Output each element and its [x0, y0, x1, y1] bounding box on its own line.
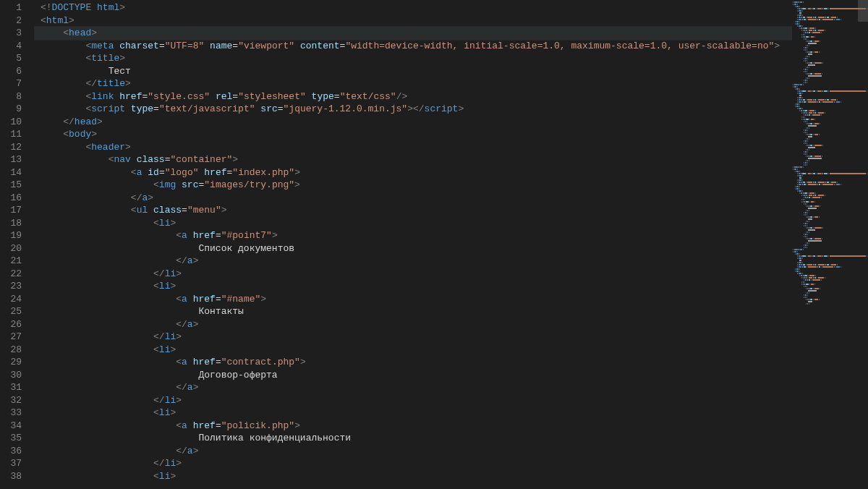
code-line[interactable]: </head> — [35, 116, 792, 129]
minimap-line — [792, 43, 868, 44]
minimap-line — [792, 205, 868, 207]
minimap-line — [792, 106, 868, 107]
line-number: 37 — [6, 457, 22, 470]
minimap-line — [792, 69, 868, 70]
line-number: 28 — [6, 344, 22, 357]
minimap-line — [792, 279, 868, 281]
code-line[interactable]: </title> — [35, 77, 792, 90]
line-number: 10 — [6, 116, 22, 129]
minimap-line — [792, 179, 868, 181]
minimap-line — [792, 301, 868, 302]
minimap-scrollbar-thumb[interactable] — [858, 0, 868, 22]
code-line[interactable]: <html> — [35, 14, 792, 27]
code-line[interactable]: <a href="policik.php"> — [35, 420, 792, 433]
code-line[interactable]: <link href="style.css" rel="stylesheet" … — [35, 90, 792, 103]
minimap-line — [792, 166, 868, 168]
minimap-line — [792, 4, 868, 5]
minimap-line — [792, 1, 868, 3]
minimap-line — [792, 297, 868, 298]
minimap-line — [792, 292, 868, 294]
minimap-line — [792, 281, 868, 283]
code-line[interactable]: <img src="images/try.png"> — [35, 179, 792, 192]
minimap-line — [792, 116, 868, 118]
code-line[interactable]: <script type="text/javascript" src="jque… — [35, 103, 792, 116]
minimap-line — [792, 212, 868, 213]
minimap-line — [792, 97, 868, 98]
code-line[interactable]: </li> — [35, 394, 792, 407]
minimap-line — [792, 21, 868, 22]
line-number: 18 — [6, 217, 22, 230]
line-number: 9 — [6, 103, 22, 116]
code-line[interactable]: <li> — [35, 344, 792, 357]
line-number: 15 — [6, 179, 22, 192]
minimap-line — [792, 242, 868, 244]
minimap-line — [792, 169, 868, 170]
code-line[interactable]: </a> — [35, 318, 792, 331]
code-line[interactable]: <a href="#name"> — [35, 293, 792, 306]
minimap-line — [792, 41, 868, 42]
minimap-line — [792, 103, 868, 105]
minimap-line — [792, 36, 868, 38]
code-line[interactable]: <a href="contract.php"> — [35, 356, 792, 369]
code-line[interactable]: Договор-оферта — [35, 369, 792, 382]
code-line[interactable]: Политика конфиденциальности — [35, 432, 792, 445]
minimap-line — [792, 290, 868, 292]
minimap-line — [792, 138, 868, 140]
code-line[interactable]: <li> — [35, 470, 792, 483]
minimap[interactable] — [792, 0, 868, 489]
code-line[interactable]: </li> — [35, 331, 792, 344]
minimap-line — [792, 6, 868, 7]
minimap-line — [792, 229, 868, 231]
minimap-line — [792, 86, 868, 88]
code-line[interactable]: <li> — [35, 217, 792, 230]
code-line[interactable]: <a href="#point7"> — [35, 229, 792, 242]
code-line[interactable]: <a id="logo" href="index.php"> — [35, 166, 792, 179]
code-line[interactable]: Тест — [35, 65, 792, 78]
code-line[interactable]: <ul class="menu"> — [35, 204, 792, 217]
code-line[interactable]: <li> — [35, 407, 792, 420]
code-line[interactable]: <header> — [35, 141, 792, 154]
minimap-line — [792, 34, 868, 35]
minimap-line — [792, 249, 868, 250]
minimap-line — [792, 25, 868, 27]
code-line[interactable]: </li> — [35, 268, 792, 281]
line-number: 19 — [6, 229, 22, 242]
code-line[interactable]: Список документов — [35, 242, 792, 255]
line-number: 25 — [6, 305, 22, 318]
minimap-line — [792, 210, 868, 211]
minimap-line — [792, 240, 868, 242]
minimap-line — [792, 49, 868, 51]
code-line[interactable]: <!DOCTYPE html> — [35, 1, 792, 14]
code-line[interactable]: </a> — [35, 381, 792, 394]
line-number: 21 — [6, 255, 22, 268]
minimap-line — [792, 294, 868, 296]
minimap-scrollbar[interactable] — [858, 0, 868, 489]
minimap-line — [792, 192, 868, 194]
code-line[interactable]: Контакты — [35, 305, 792, 318]
code-line[interactable]: <body> — [35, 128, 792, 141]
minimap-line — [792, 158, 868, 159]
line-number: 24 — [6, 293, 22, 306]
minimap-line — [792, 244, 868, 246]
minimap-line — [792, 190, 868, 192]
code-line[interactable]: </a> — [35, 445, 792, 458]
code-line[interactable]: </a> — [35, 192, 792, 205]
line-number: 23 — [6, 280, 22, 293]
code-line[interactable]: <li> — [35, 280, 792, 293]
code-line[interactable]: </li> — [35, 457, 792, 470]
code-line[interactable]: <title> — [35, 52, 792, 65]
code-line[interactable]: <meta charset="UTF=8" name="viewport" co… — [35, 40, 792, 53]
minimap-line — [792, 218, 868, 220]
minimap-line — [792, 173, 868, 174]
line-number: 26 — [6, 318, 22, 331]
minimap-line — [792, 88, 868, 90]
minimap-line — [792, 64, 868, 66]
code-line[interactable]: <head> — [35, 27, 792, 40]
minimap-line — [792, 247, 868, 248]
code-line[interactable]: </a> — [35, 255, 792, 268]
minimap-line — [792, 84, 868, 85]
code-line[interactable]: <nav class="container"> — [35, 153, 792, 166]
code-text-area[interactable]: <!DOCTYPE html><html> <head> <meta chars… — [35, 0, 792, 489]
line-number-gutter[interactable]: 1234567891011121314151617181920212223242… — [0, 0, 35, 489]
line-number: 31 — [6, 381, 22, 394]
